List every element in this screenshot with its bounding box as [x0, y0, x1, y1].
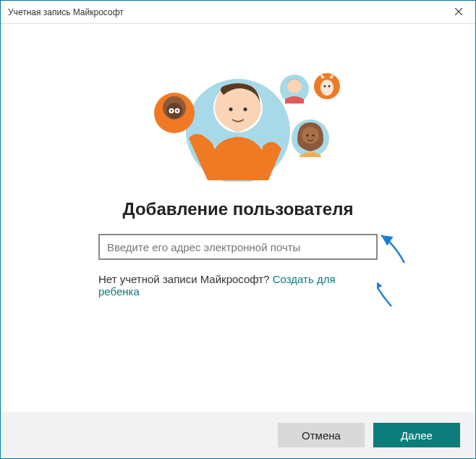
svg-point-9 — [171, 110, 172, 111]
svg-point-16 — [328, 85, 331, 88]
svg-point-12 — [287, 79, 302, 93]
svg-point-19 — [307, 135, 309, 137]
email-input[interactable] — [98, 234, 378, 260]
next-button[interactable]: Далее — [373, 423, 460, 447]
dialog-heading: Добавление пользователя — [123, 199, 354, 219]
dialog-content: Добавление пользователя Нет учетной запи… — [1, 24, 475, 412]
svg-point-18 — [302, 127, 319, 144]
dialog-footer: Отмена Далее — [1, 412, 475, 458]
family-illustration — [129, 51, 347, 182]
svg-point-10 — [177, 110, 178, 111]
cancel-button[interactable]: Отмена — [278, 423, 365, 447]
window-title: Учетная запись Майкрософт — [8, 7, 124, 17]
close-icon — [455, 7, 462, 17]
close-button[interactable] — [442, 1, 475, 24]
annotation-arrows — [377, 221, 471, 308]
svg-point-20 — [313, 135, 315, 137]
svg-point-14 — [320, 80, 333, 96]
svg-point-6 — [166, 103, 182, 119]
svg-point-3 — [244, 108, 247, 111]
svg-point-15 — [324, 85, 326, 88]
no-account-text: Нет учетной записи Майкрософт? Создать д… — [98, 273, 378, 298]
svg-point-2 — [229, 108, 233, 111]
window-titlebar: Учетная запись Майкрософт — [1, 1, 475, 24]
no-account-prefix: Нет учетной записи Майкрософт? — [98, 273, 273, 285]
